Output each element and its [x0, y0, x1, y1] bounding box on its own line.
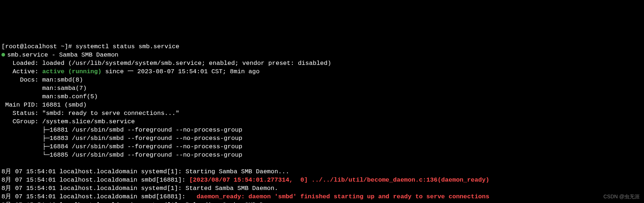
cgroup-proc: └─16885 /usr/sbin/smbd --foreground --no… — [42, 152, 242, 158]
cgroup-proc: ├─16883 /usr/sbin/smbd --foreground --no… — [42, 135, 242, 142]
loaded-label: Loaded: — [1, 60, 42, 67]
status-value: "smbd: ready to serve connections..." — [42, 110, 179, 117]
docs-item: man:samba(7) — [42, 85, 86, 92]
active-label: Active: — [1, 68, 42, 75]
log-message: [2023/08/07 15:54:01.277314, 0] ../../li… — [189, 177, 489, 183]
docs-indent — [1, 85, 42, 92]
prompt: [root@localhost ~]# — [1, 43, 76, 50]
log-prefix: 8月 07 15:54:01 localhost.localdomain sys… — [1, 185, 186, 192]
cgroup-indent — [1, 135, 42, 142]
log-message: daemon_ready: daemon 'smbd' finished sta… — [197, 193, 489, 200]
cgroup-path: /system.slice/smb.service — [42, 118, 135, 125]
log-prefix: 8月 07 15:54:12 localhost.localdomain sys… — [1, 202, 186, 203]
active-status: active (running) — [42, 68, 101, 75]
cgroup-proc: ├─16881 /usr/sbin/smbd --foreground --no… — [42, 127, 242, 133]
cgroup-indent — [1, 152, 42, 158]
active-since: since 一 2023-08-07 15:54:01 CST; 8min ag… — [101, 68, 259, 75]
log-message: Reloading Samba SMB Daemon. — [186, 202, 285, 203]
cgroup-indent — [1, 127, 42, 133]
terminal-output[interactable]: [root@localhost ~]# systemctl status smb… — [0, 33, 644, 203]
log-message: Started Samba SMB Daemon. — [186, 185, 278, 192]
watermark-text: CSDN @虫无涯 — [603, 192, 640, 201]
status-label: Status: — [1, 110, 42, 117]
log-prefix: 8月 07 15:54:01 localhost.localdomain smb… — [1, 193, 197, 200]
cgroup-proc: ├─16884 /usr/sbin/smbd --foreground --no… — [42, 143, 242, 150]
log-prefix: 8月 07 15:54:01 localhost.localdomain sys… — [1, 168, 186, 175]
mainpid-label: Main PID: — [1, 102, 42, 108]
mainpid-value: 16881 (smbd) — [42, 102, 86, 108]
status-dot-icon — [1, 53, 5, 57]
cgroup-label: CGroup: — [1, 118, 42, 125]
docs-item: man:smb.conf(5) — [42, 93, 98, 100]
docs-label: Docs: — [1, 76, 42, 83]
command-text: systemctl status smb.service — [76, 43, 179, 50]
log-message: Starting Samba SMB Daemon... — [186, 168, 289, 175]
unit-name: smb.service - — [7, 51, 59, 58]
cgroup-indent — [1, 143, 42, 150]
docs-item: man:smbd(8) — [42, 76, 83, 83]
unit-description: Samba SMB Daemon — [59, 51, 118, 58]
log-prefix: 8月 07 15:54:01 localhost.localdomain smb… — [1, 177, 189, 183]
loaded-value: loaded (/usr/lib/systemd/system/smb.serv… — [42, 60, 331, 67]
docs-indent — [1, 93, 42, 100]
